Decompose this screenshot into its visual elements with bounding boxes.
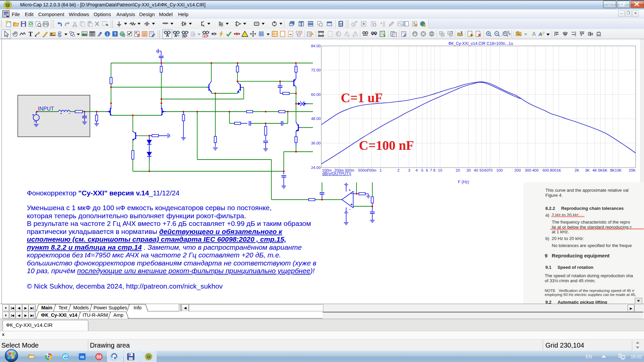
svg-text:F (Hz): F (Hz) bbox=[458, 180, 469, 184]
svg-text:20: 20 bbox=[456, 168, 460, 172]
svg-text:10: 10 bbox=[438, 168, 442, 172]
svg-text:700m: 700m bbox=[367, 168, 377, 172]
svg-text:6K: 6K bbox=[603, 168, 607, 172]
svg-text:200: 200 bbox=[514, 168, 521, 172]
svg-text:8K: 8K bbox=[610, 168, 615, 172]
svg-text:500m: 500m bbox=[358, 168, 368, 172]
svg-text:5K: 5K bbox=[598, 168, 603, 172]
svg-text:84.00: 84.00 bbox=[311, 44, 321, 48]
svg-text:40: 40 bbox=[474, 168, 478, 172]
svg-text:72.00: 72.00 bbox=[311, 68, 321, 72]
svg-text:50: 50 bbox=[480, 168, 484, 172]
svg-text:36.00: 36.00 bbox=[311, 141, 321, 145]
svg-text:8: 8 bbox=[433, 168, 435, 172]
svg-text:20K: 20K bbox=[629, 168, 636, 172]
svg-text:C=100 nF: C=100 nF bbox=[359, 138, 414, 153]
svg-text:24.00: 24.00 bbox=[311, 166, 321, 170]
svg-text:400: 400 bbox=[532, 168, 538, 172]
svg-text:600: 600 bbox=[542, 168, 549, 172]
svg-text:30: 30 bbox=[467, 168, 471, 172]
svg-text:60.00: 60.00 bbox=[311, 93, 321, 97]
svg-text:10K: 10K bbox=[615, 168, 622, 172]
svg-text:1: 1 bbox=[380, 168, 382, 172]
svg-text:INPUT: INPUT bbox=[38, 106, 54, 112]
svg-text:7: 7 bbox=[430, 168, 432, 172]
svg-text:4: 4 bbox=[416, 168, 418, 172]
svg-text:70: 70 bbox=[488, 168, 493, 172]
svg-text:800: 800 bbox=[550, 168, 556, 172]
svg-text:300: 300 bbox=[525, 168, 531, 172]
svg-text:2: 2 bbox=[397, 168, 399, 172]
svg-text:6: 6 bbox=[426, 168, 428, 172]
svg-text:dB(v(OUTPUT)): dB(v(OUTPUT)) bbox=[322, 171, 351, 176]
svg-text:100: 100 bbox=[496, 168, 502, 172]
svg-text:4K: 4K bbox=[592, 168, 597, 172]
svg-text:3K: 3K bbox=[585, 168, 590, 172]
svg-text:3: 3 bbox=[408, 168, 410, 172]
svg-text:2K: 2K bbox=[575, 168, 579, 172]
svg-text:ФК_Cy-XXI_v14.CIR C18=100n...1: ФК_Cy-XXI_v14.CIR C18=100n...1u bbox=[448, 41, 513, 46]
svg-text:48.00: 48.00 bbox=[311, 117, 321, 121]
svg-text:5: 5 bbox=[421, 168, 423, 172]
svg-text:1K: 1K bbox=[556, 168, 561, 172]
svg-text:60: 60 bbox=[484, 168, 489, 172]
svg-text:C=1 uF: C=1 uF bbox=[341, 90, 383, 105]
